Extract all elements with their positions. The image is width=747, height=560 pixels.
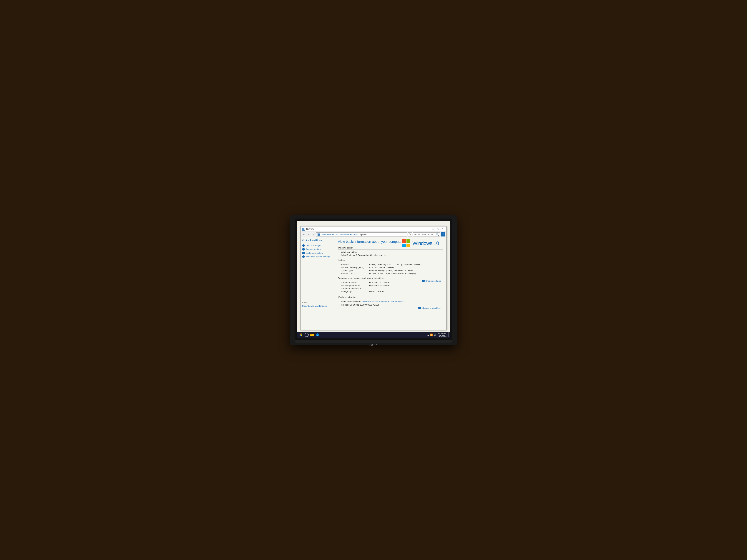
file-explorer-taskbar-button[interactable] bbox=[310, 332, 314, 337]
volume-icon[interactable]: 🔊 bbox=[434, 334, 436, 336]
forward-button[interactable]: → bbox=[307, 233, 311, 237]
shield-icon-device-manager bbox=[302, 244, 305, 247]
activation-status-row: Windows is activated Read the Microsoft … bbox=[338, 300, 443, 302]
up-button[interactable]: ↑ bbox=[311, 233, 315, 237]
sidebar-control-panel-home[interactable]: Control Panel Home bbox=[302, 239, 332, 242]
computer-description-label: Computer description: bbox=[338, 287, 369, 290]
sidebar-item-device-manager[interactable]: Device Manager bbox=[302, 244, 332, 247]
sidebar: Control Panel Home Device Manager Remote… bbox=[301, 237, 334, 330]
ram-label: Installed memory (RAM): bbox=[338, 266, 369, 268]
tray-caret[interactable]: ▲ bbox=[427, 334, 429, 336]
taskbar: ▲ 📶 🔊 12:56 PM 3/7/2024 bbox=[297, 332, 450, 338]
windows-edition-name: Windows 10 Pro bbox=[338, 251, 443, 254]
product-id-label: Product ID: bbox=[341, 304, 352, 306]
computer-description-row: Computer description: bbox=[338, 287, 443, 290]
pen-touch-label: Pen and Touch: bbox=[338, 272, 369, 274]
product-id-value: 00331-10000-00001-AA828 bbox=[353, 304, 380, 306]
file-explorer-icon bbox=[310, 334, 314, 336]
edge-icon bbox=[316, 333, 319, 337]
maximize-button[interactable]: □ bbox=[436, 227, 440, 231]
shield-icon-advanced-settings bbox=[302, 256, 305, 258]
search-button[interactable] bbox=[305, 333, 309, 337]
start-button[interactable] bbox=[298, 332, 304, 338]
svg-rect-3 bbox=[303, 229, 304, 230]
show-desktop-button[interactable] bbox=[448, 332, 449, 338]
back-button[interactable]: ← bbox=[302, 233, 306, 237]
svg-rect-8 bbox=[318, 235, 319, 235]
svg-rect-11 bbox=[310, 335, 314, 336]
shield-icon-remote-settings bbox=[302, 248, 305, 250]
main-content: View basic information about your comput… bbox=[334, 237, 446, 330]
clock-date: 3/7/2024 bbox=[438, 335, 446, 338]
system-type-row: System type: 64-bit Operating System, x6… bbox=[338, 269, 443, 271]
change-settings-link[interactable]: Change settings bbox=[422, 279, 441, 282]
computer-name-label: Computer name: bbox=[338, 282, 369, 284]
window-body: Control Panel Home Device Manager Remote… bbox=[301, 237, 446, 330]
taskbar-left bbox=[298, 332, 320, 338]
sidebar-see-also-section: See also Security and Maintenance bbox=[302, 299, 332, 307]
svg-rect-2 bbox=[304, 228, 305, 229]
windows-copyright: © 2017 Microsoft Corporation. All rights… bbox=[338, 254, 443, 256]
search-input[interactable] bbox=[414, 233, 436, 236]
breadcrumb-sep-1: › bbox=[335, 233, 335, 236]
ram-row: Installed memory (RAM): 4.00 GB (3.88 GB… bbox=[338, 266, 443, 268]
help-button[interactable]: ? bbox=[441, 233, 445, 237]
breadcrumb-part-2[interactable]: All Control Panel Items bbox=[336, 233, 358, 236]
sidebar-item-remote-settings[interactable]: Remote settings bbox=[302, 248, 332, 250]
sidebar-item-system-protection[interactable]: System protection bbox=[302, 252, 332, 254]
activation-status-text: Windows is activated bbox=[341, 300, 361, 302]
start-logo bbox=[300, 334, 302, 336]
minimize-button[interactable]: – bbox=[431, 227, 435, 231]
refresh-icon[interactable]: ⟳ bbox=[409, 233, 411, 236]
taskbar-clock[interactable]: 12:56 PM 3/7/2024 bbox=[438, 332, 446, 338]
breadcrumb-part-3: System bbox=[360, 233, 367, 236]
system-window-icon bbox=[302, 228, 305, 231]
sidebar-security-maintenance[interactable]: Security and Maintenance bbox=[302, 305, 332, 307]
shield-icon-product-key bbox=[418, 307, 421, 309]
processor-label: Processor: bbox=[338, 263, 369, 266]
svg-rect-7 bbox=[319, 233, 320, 234]
sidebar-item-advanced-settings[interactable]: Advanced system settings bbox=[302, 256, 332, 258]
windows-logo-grid bbox=[402, 239, 410, 247]
license-terms-link[interactable]: Read the Microsoft Software License Term… bbox=[362, 300, 404, 302]
search-icon[interactable]: 🔍 bbox=[436, 233, 439, 236]
breadcrumb-sep-2: › bbox=[359, 233, 359, 236]
shield-icon-system-protection bbox=[302, 252, 305, 254]
full-computer-name-label: Full computer name: bbox=[338, 285, 369, 287]
system-section-header: System bbox=[338, 259, 443, 262]
window-controls: – □ ✕ bbox=[431, 227, 445, 231]
network-icon: 📶 bbox=[430, 334, 433, 336]
system-type-label: System type: bbox=[338, 269, 369, 271]
search-box[interactable]: 🔍 bbox=[413, 233, 440, 237]
clock-time: 12:56 PM bbox=[438, 332, 446, 335]
system-type-value: 64-bit Operating System, x64-based proce… bbox=[369, 269, 413, 271]
workgroup-value: WORKGROUP bbox=[369, 290, 384, 293]
close-button[interactable]: ✕ bbox=[440, 227, 445, 231]
workgroup-label: Workgroup: bbox=[338, 290, 369, 293]
edge-taskbar-button[interactable] bbox=[315, 332, 320, 337]
svg-point-13 bbox=[316, 334, 319, 336]
full-computer-name-value: DESKTOP-GL2N4F8 bbox=[369, 285, 389, 287]
system-section: System Processor: Intel(R) Core(TM) i3-3… bbox=[338, 259, 443, 274]
breadcrumb[interactable]: Control Panel › All Control Panel Items … bbox=[316, 233, 407, 237]
windows-activation-header: Windows activation bbox=[338, 296, 443, 299]
window-title: System bbox=[306, 228, 314, 230]
breadcrumb-part-1[interactable]: Control Panel bbox=[321, 233, 334, 236]
pen-touch-row: Pen and Touch: No Pen or Touch Input is … bbox=[338, 272, 443, 274]
workgroup-row: Workgroup: WORKGROUP bbox=[338, 290, 443, 293]
change-product-key-link[interactable]: Change product key bbox=[418, 307, 441, 309]
computer-name-value: DESKTOP-GL2N4F8 bbox=[369, 282, 389, 284]
see-also-label: See also bbox=[302, 301, 332, 304]
full-computer-name-row: Full computer name: DESKTOP-GL2N4F8 bbox=[338, 285, 443, 287]
pen-touch-value: No Pen or Touch Input is available for t… bbox=[369, 272, 416, 274]
svg-rect-1 bbox=[303, 228, 304, 229]
svg-rect-9 bbox=[319, 235, 320, 235]
windows-activation-section: Windows activation Windows is activated … bbox=[338, 296, 443, 309]
computer-name-row: Computer name: DESKTOP-GL2N4F8 bbox=[338, 282, 422, 284]
taskbar-right: ▲ 📶 🔊 12:56 PM 3/7/2024 bbox=[427, 332, 449, 338]
processor-value: Intel(R) Core(TM) i3-3217U CPU @ 1.80GHz… bbox=[369, 263, 422, 266]
windows-logo-area: Windows 10 bbox=[402, 239, 439, 247]
svg-rect-4 bbox=[304, 229, 305, 230]
processor-row: Processor: Intel(R) Core(TM) i3-3217U CP… bbox=[338, 263, 443, 266]
shield-icon-change-settings bbox=[422, 279, 424, 282]
